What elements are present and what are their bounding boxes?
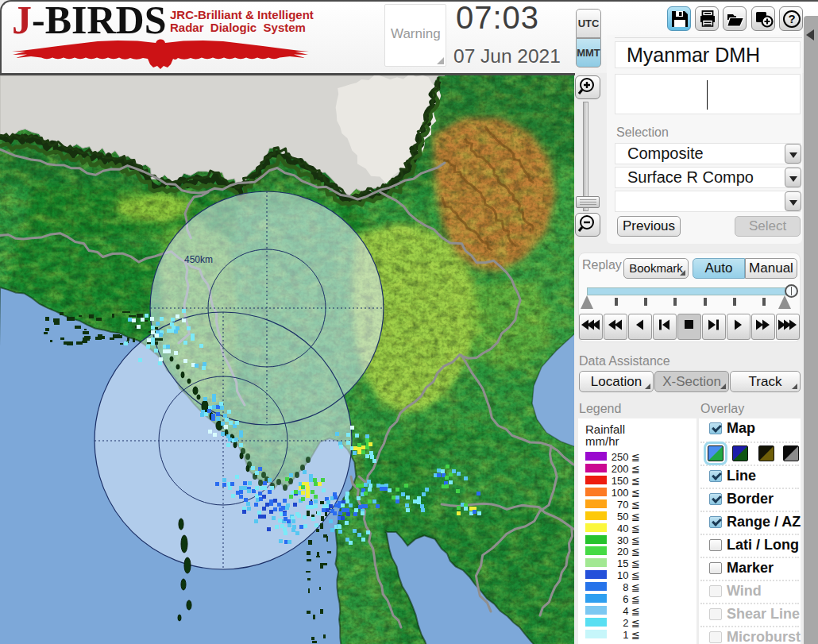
svg-text:?: ?	[788, 12, 795, 25]
svg-text:450km: 450km	[184, 254, 213, 265]
